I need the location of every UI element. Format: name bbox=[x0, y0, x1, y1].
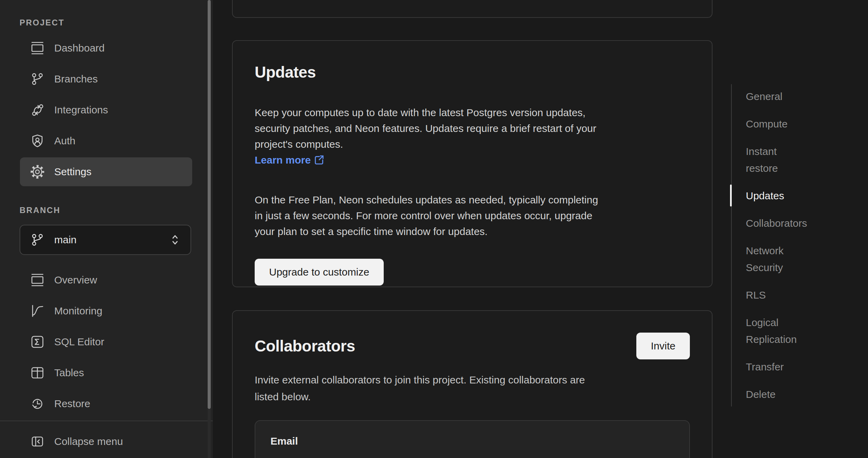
collaborators-card: Collaborators Invite Invite external col… bbox=[232, 310, 713, 458]
settings-section-nav: General Compute Instant restore Updates … bbox=[731, 84, 868, 406]
sidebar-item-label: Dashboard bbox=[54, 42, 105, 54]
sidebar-item-sql-editor[interactable]: SQL Editor bbox=[20, 327, 192, 356]
sidebar-item-integrations[interactable]: Integrations bbox=[20, 96, 192, 124]
overview-icon bbox=[30, 272, 45, 288]
sidebar-item-label: Restore bbox=[54, 398, 90, 410]
learn-more-link[interactable]: Learn more bbox=[255, 154, 324, 166]
branch-icon bbox=[30, 232, 45, 247]
branch-section-label: BRANCH bbox=[20, 205, 60, 215]
sidebar-item-branches[interactable]: Branches bbox=[20, 65, 192, 93]
sidebar-item-label: Auth bbox=[54, 135, 76, 147]
auth-shield-icon bbox=[30, 133, 45, 148]
nav-item-updates[interactable]: Updates bbox=[746, 187, 825, 204]
branch-selector[interactable]: main bbox=[20, 225, 191, 255]
gear-icon bbox=[30, 164, 45, 179]
nav-item-collaborators[interactable]: Collaborators bbox=[746, 215, 825, 232]
sidebar-item-label: Overview bbox=[54, 274, 97, 286]
external-link-icon bbox=[314, 154, 324, 165]
sidebar-item-label: Settings bbox=[54, 166, 91, 178]
sidebar-item-label: Tables bbox=[54, 367, 84, 379]
collaborators-description: Invite external collaborators to join th… bbox=[255, 371, 690, 405]
collapse-panel-icon bbox=[30, 434, 45, 449]
updates-card: Updates Keep your computes up to date wi… bbox=[232, 40, 713, 287]
collaborators-header: Collaborators Invite bbox=[255, 332, 690, 360]
email-column-header: Email bbox=[270, 435, 674, 447]
collapse-menu-label: Collapse menu bbox=[54, 436, 123, 447]
sidebar-item-label: Monitoring bbox=[54, 305, 102, 317]
sidebar-item-monitoring[interactable]: Monitoring bbox=[20, 297, 192, 325]
monitoring-icon bbox=[30, 303, 45, 319]
branches-icon bbox=[30, 71, 45, 87]
sidebar-item-label: SQL Editor bbox=[54, 336, 104, 348]
branch-selector-value: main bbox=[54, 234, 77, 246]
tables-icon bbox=[30, 365, 45, 380]
sidebar-item-tables[interactable]: Tables bbox=[20, 358, 192, 387]
project-section-label: PROJECT bbox=[20, 18, 65, 27]
nav-item-network-security[interactable]: Network Security bbox=[746, 242, 825, 276]
updates-description: Keep your computes up to date with the l… bbox=[255, 105, 690, 168]
chevron-up-down-icon bbox=[169, 233, 181, 247]
collapse-menu-button[interactable]: Collapse menu bbox=[20, 427, 192, 456]
sql-editor-icon bbox=[30, 334, 45, 349]
collaborators-card-title: Collaborators bbox=[255, 336, 355, 356]
sidebar-divider bbox=[0, 421, 213, 421]
updates-free-plan-text: On the Free Plan, Neon schedules updates… bbox=[255, 192, 690, 239]
sidebar-item-label: Branches bbox=[54, 73, 98, 85]
updates-card-title: Updates bbox=[255, 62, 690, 82]
collaborators-table: Email bbox=[255, 420, 690, 458]
upgrade-to-customize-button[interactable]: Upgrade to customize bbox=[255, 259, 384, 286]
sidebar-item-overview[interactable]: Overview bbox=[20, 266, 192, 294]
previous-settings-card-partial bbox=[232, 0, 713, 18]
sidebar-item-settings[interactable]: Settings bbox=[20, 157, 192, 186]
sidebar: PROJECT Dashboard Branches bbox=[0, 0, 213, 458]
integrations-icon bbox=[30, 102, 45, 118]
nav-item-logical-replication[interactable]: Logical Replication bbox=[746, 314, 825, 348]
sidebar-item-dashboard[interactable]: Dashboard bbox=[20, 34, 192, 63]
nav-item-delete[interactable]: Delete bbox=[746, 386, 825, 403]
nav-item-transfer[interactable]: Transfer bbox=[746, 358, 825, 375]
dashboard-icon bbox=[30, 41, 45, 56]
sidebar-item-label: Integrations bbox=[54, 104, 108, 116]
invite-button[interactable]: Invite bbox=[636, 333, 690, 359]
sidebar-item-restore[interactable]: Restore bbox=[20, 389, 192, 418]
restore-icon bbox=[30, 396, 45, 411]
nav-item-general[interactable]: General bbox=[746, 88, 825, 105]
nav-item-instant-restore[interactable]: Instant restore bbox=[746, 143, 825, 177]
nav-item-compute[interactable]: Compute bbox=[746, 115, 825, 132]
sidebar-item-auth[interactable]: Auth bbox=[20, 126, 192, 155]
sidebar-scrollbar-thumb[interactable] bbox=[208, 0, 211, 409]
nav-item-rls[interactable]: RLS bbox=[746, 287, 825, 303]
